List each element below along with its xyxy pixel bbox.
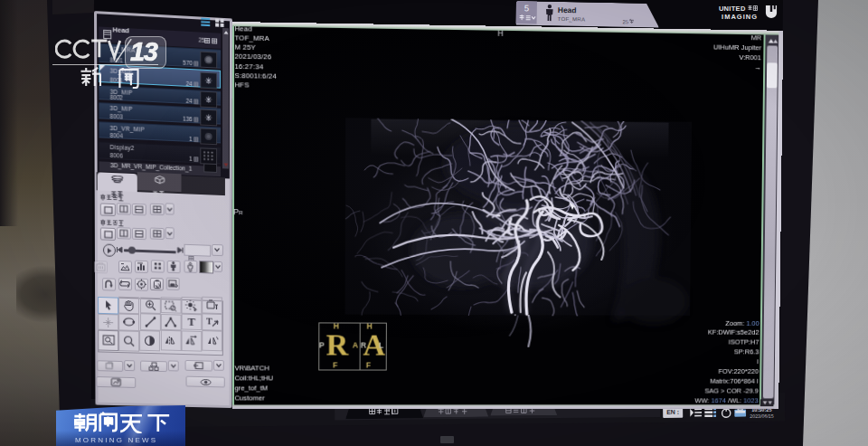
svg-text:T: T: [205, 317, 212, 327]
